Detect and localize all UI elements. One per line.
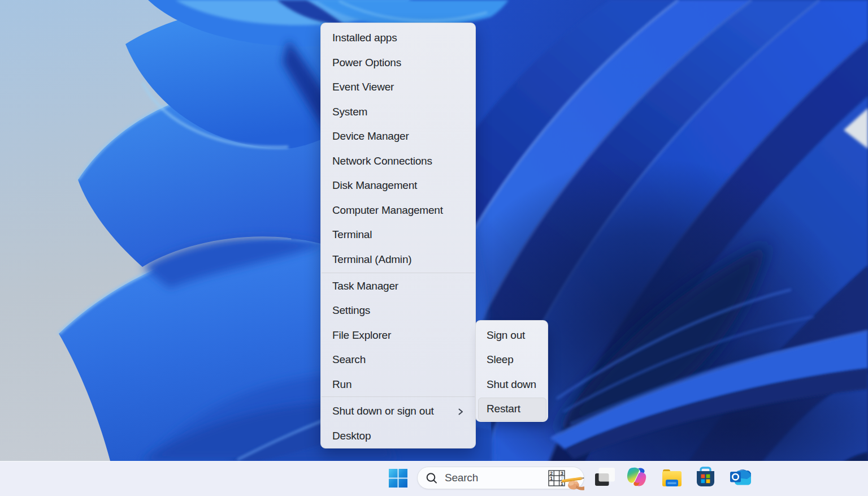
svg-text:1: 1 [550, 476, 553, 481]
